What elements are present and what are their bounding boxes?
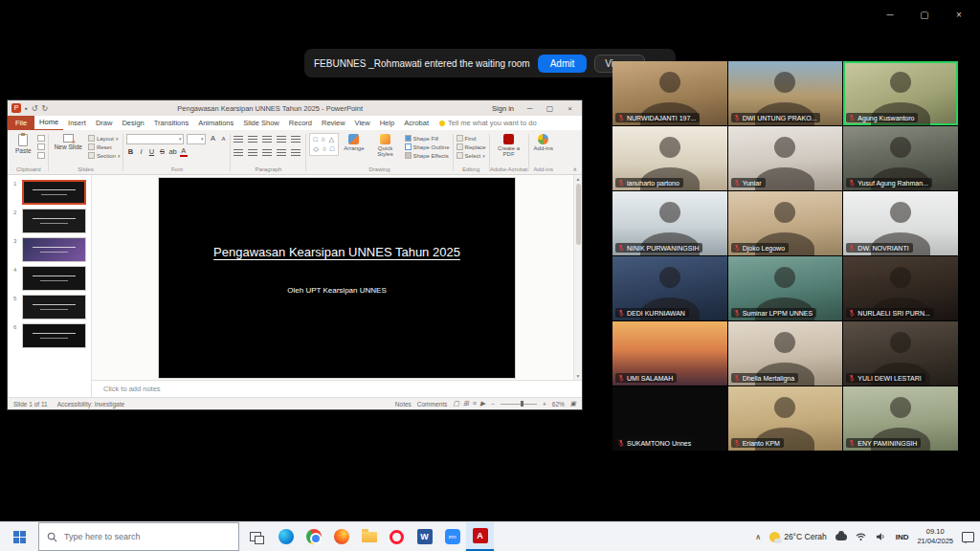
italic-button[interactable]: I [137,147,145,157]
indent-decrease-icon[interactable] [262,136,272,143]
thumbnail-image[interactable] [22,323,86,348]
maximize-icon[interactable]: ▢ [907,6,942,25]
tell-me-search[interactable]: Tell me what you want to do [439,119,537,127]
bullets-icon[interactable] [234,136,243,143]
ppt-menu-tab[interactable]: Transitions [149,116,193,130]
zoom-slider[interactable] [501,404,537,405]
slide-thumbnail[interactable]: 3 [8,235,91,264]
thumbnail-image[interactable] [22,209,86,233]
ppt-minimize-button[interactable]: ─ [522,104,538,113]
undo-icon[interactable]: ↺ [32,104,38,113]
find-button[interactable]: Find [457,135,486,142]
thumbnail-image[interactable] [22,295,86,320]
weather-widget[interactable]: 26°C Cerah [769,532,827,542]
arrange-button[interactable]: Arrange [342,133,366,152]
menu-tab-file[interactable]: File [8,116,34,130]
participant-tile-active-speaker[interactable]: Agung Kuswantoro [843,61,958,125]
volume-icon[interactable] [876,532,887,542]
select-button[interactable]: Select▾ [457,152,486,159]
slideshow-icon[interactable]: ▶ [480,400,485,408]
participant-tile[interactable]: Dhella Mertaligna [728,321,843,386]
taskbar-app-firefox[interactable] [327,522,355,551]
zoom-in-icon[interactable]: + [543,401,546,408]
shapes-gallery[interactable]: □ ○ △ ◇ ○ □ [309,133,339,156]
thumbnail-image[interactable] [22,237,86,262]
redo-icon[interactable]: ↻ [42,104,49,113]
participant-tile[interactable]: DEDI KURNIAWAN [612,256,727,320]
participant-tile[interactable]: NINIK PURWANINGSIH [612,191,727,255]
taskbar-app-zoom[interactable]: zm [438,522,466,551]
shape-fill-button[interactable]: Shape Fill [405,135,450,142]
task-view-button[interactable] [239,522,272,551]
reset-button[interactable]: Reset [88,143,121,150]
scrollbar-thumb[interactable] [576,184,581,245]
language-indicator[interactable]: IND [896,533,909,541]
hidden-icons-chevron[interactable]: ∧ [755,533,761,541]
layout-button[interactable]: Layout▾ [88,135,121,142]
ppt-menu-tab[interactable]: Animations [193,116,238,130]
slide-thumbnail[interactable]: 5 [8,293,91,321]
add-ins-button[interactable]: Add-ins [532,133,555,152]
scroll-up-icon[interactable]: ▲ [574,176,582,182]
network-icon[interactable] [856,532,867,542]
thumbnail-image[interactable] [22,266,86,291]
onedrive-icon[interactable] [835,532,847,542]
ppt-maximize-button[interactable]: ▢ [542,104,558,113]
slide-thumbnail[interactable]: 4 [8,264,91,293]
participant-tile[interactable]: UMI SALAMAH [612,321,727,386]
taskbar-app-word[interactable]: W [411,522,438,551]
comments-toggle[interactable]: Comments [417,401,447,408]
ppt-close-button[interactable]: × [562,104,578,113]
indent-increase-icon[interactable] [277,136,286,143]
normal-view-icon[interactable]: ▢ [453,400,459,408]
taskbar-search-input[interactable]: Type here to search [38,522,239,551]
replace-button[interactable]: Replace [457,143,486,150]
columns-icon[interactable] [291,149,301,157]
ppt-menu-tab[interactable]: Slide Show [238,116,284,130]
font-color-button[interactable]: A [180,147,188,157]
decrease-font-icon[interactable]: A [219,134,227,143]
zoom-level[interactable]: 62% [552,401,565,408]
numbering-icon[interactable] [248,136,257,143]
ppt-menu-tab[interactable]: Draw [91,116,118,130]
ppt-menu-tab[interactable]: View [350,116,375,130]
create-pdf-button[interactable]: Create a PDF [493,133,525,158]
ppt-menu-tab[interactable]: Acrobat [399,116,434,130]
notes-pane[interactable]: Click to add notes [92,380,582,397]
strikethrough-button[interactable]: S [158,147,166,157]
notes-toggle[interactable]: Notes [395,401,412,408]
copy-icon[interactable] [37,143,45,150]
increase-font-icon[interactable]: A [209,134,216,143]
participant-tile[interactable]: ianuharto partono [612,126,727,190]
taskbar-app-edge[interactable] [272,522,300,551]
minimize-icon[interactable]: ─ [873,6,907,25]
section-button[interactable]: Section▾ [88,152,121,159]
participant-tile[interactable]: DWI UNTUNG PRAKO... [728,61,843,125]
participant-tile[interactable]: SUKAMTONO Unnes [612,386,727,451]
align-center-icon[interactable] [248,149,257,157]
slide-thumbnail[interactable]: 1 [8,178,91,207]
save-icon[interactable]: ▪ [25,104,28,113]
format-painter-icon[interactable] [37,152,45,159]
participant-tile[interactable]: Erianto KPM [728,386,843,451]
sign-in-button[interactable]: Sign in [492,104,514,113]
participant-tile[interactable]: NURLAELI SRI PURN... [843,256,958,320]
cut-icon[interactable] [37,135,45,142]
taskbar-app-file-explorer[interactable] [355,522,383,551]
shape-outline-button[interactable]: Shape Outline [405,143,450,150]
participant-tile[interactable]: NURWIDAJANTI 197... [612,61,727,125]
reading-view-icon[interactable]: ≡ [473,400,477,408]
font-size-select[interactable]: ▾ [187,134,206,144]
slide-thumbnail[interactable]: 2 [8,207,91,235]
zoom-out-icon[interactable]: − [491,401,495,408]
admit-button[interactable]: Admit [538,55,588,73]
ppt-menu-tab[interactable]: Help [375,116,399,130]
taskbar-app-opera[interactable] [383,522,411,551]
line-spacing-icon[interactable] [291,136,301,143]
ppt-menu-tab[interactable]: Record [284,116,317,130]
action-center-icon[interactable] [962,532,974,542]
collapse-ribbon-icon[interactable]: ∧ [573,165,577,172]
accessibility-status[interactable]: Accessibility: Investigate [57,401,124,408]
current-slide[interactable]: Pengawasan Kearsipan UNNES Tahun 2025 Ol… [159,178,515,378]
close-icon[interactable]: × [942,6,976,25]
